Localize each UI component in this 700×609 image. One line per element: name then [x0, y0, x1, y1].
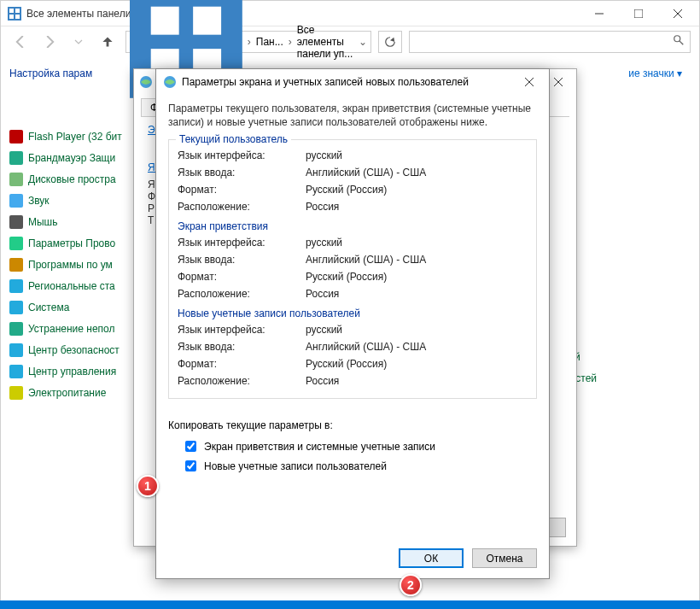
item-icon	[9, 258, 23, 272]
control-panel-icon	[8, 7, 21, 20]
item-label: Центр безопасност	[28, 344, 120, 356]
globe-icon	[139, 75, 153, 89]
setting-key: Расположение:	[178, 285, 306, 302]
setting-value: Английский (США) - США	[306, 338, 426, 355]
setting-key: Формат:	[178, 355, 306, 372]
checkbox-input[interactable]	[185, 460, 196, 471]
checkbox-new-users[interactable]: Новые учетные записи пользователей	[156, 456, 549, 476]
setting-row: Язык интерфейса:русский	[178, 147, 528, 164]
taskbar[interactable]	[0, 600, 700, 609]
welcome-new-users-dialog: Параметры экрана и учетных записей новых…	[155, 68, 550, 579]
setting-value: Английский (США) - США	[306, 164, 426, 181]
close-button[interactable]	[658, 1, 697, 26]
svg-line-15	[680, 41, 683, 44]
svg-rect-2	[15, 9, 20, 13]
breadcrumb-seg[interactable]: Пан...	[256, 36, 283, 48]
settings-groupbox: Текущий пользователь Язык интерфейса:рус…	[168, 139, 537, 399]
dialog-titlebar: Параметры экрана и учетных записей новых…	[156, 69, 549, 95]
setting-value: русский	[306, 321, 342, 338]
cancel-button[interactable]: Отмена	[472, 548, 537, 568]
item-icon	[9, 151, 23, 165]
setting-row: Язык интерфейса:русский	[178, 234, 528, 251]
item-label: Параметры Прово	[28, 237, 115, 249]
checkbox-label: Экран приветствия и системные учетные за…	[204, 441, 435, 453]
annotation-badge-1: 1	[137, 475, 159, 497]
svg-rect-1	[9, 9, 14, 13]
breadcrumb-seg[interactable]: Все элементы панели уп...	[297, 24, 357, 60]
checkbox-label: Новые учетные записи пользователей	[204, 460, 387, 472]
setting-key: Формат:	[178, 268, 306, 285]
svg-rect-10	[151, 7, 179, 35]
setting-row: Язык ввода:Английский (США) - США	[178, 164, 528, 181]
setting-key: Язык ввода:	[178, 338, 306, 355]
forward-button[interactable]	[38, 31, 61, 53]
item-icon	[9, 173, 23, 186]
svg-point-14	[674, 36, 680, 42]
setting-row: Язык ввода:Английский (США) - США	[178, 338, 528, 355]
item-label: Дисковые простра	[28, 173, 116, 185]
svg-rect-11	[193, 7, 221, 35]
item-icon	[9, 279, 23, 293]
chevron-right-icon: ›	[285, 36, 295, 48]
back-button[interactable]	[9, 31, 32, 53]
item-label: Брандмауэр Защи	[28, 152, 115, 164]
setting-value: Россия	[306, 198, 339, 215]
breadcrumb[interactable]: › Пан... › Все элементы панели уп... ⌄	[125, 31, 371, 53]
item-label: Мышь	[28, 216, 58, 228]
setting-key: Язык интерфейса:	[178, 321, 306, 338]
item-icon	[9, 386, 23, 400]
checkbox-welcome-screen[interactable]: Экран приветствия и системные учетные за…	[156, 436, 549, 456]
setting-row: Формат:Русский (Россия)	[178, 268, 528, 285]
setting-key: Язык интерфейса:	[178, 234, 306, 251]
setting-row: Формат:Русский (Россия)	[178, 355, 528, 372]
recent-dropdown[interactable]	[67, 31, 90, 53]
copy-settings-label: Копировать текущие параметры в:	[156, 404, 549, 436]
main-titlebar: Все элементы панели управления	[1, 1, 699, 26]
setting-key: Расположение:	[178, 198, 306, 215]
setting-value: Россия	[306, 285, 339, 302]
up-button[interactable]	[96, 31, 119, 53]
dialog-intro: Параметры текущего пользователя, экран п…	[156, 95, 549, 134]
setting-row: Язык интерфейса:русский	[178, 321, 528, 338]
setting-value: Русский (Россия)	[306, 355, 387, 372]
svg-rect-6	[634, 9, 643, 18]
item-icon	[9, 194, 23, 208]
item-label: Программы по ум	[28, 259, 113, 271]
item-icon	[9, 322, 23, 336]
search-icon	[673, 34, 685, 50]
item-label: Flash Player (32 бит	[28, 131, 122, 143]
group-title-welcome: Экран приветствия	[178, 220, 528, 232]
checkbox-input[interactable]	[185, 441, 196, 452]
setting-key: Расположение:	[178, 372, 306, 389]
item-icon	[9, 130, 23, 143]
ok-button[interactable]: ОК	[399, 548, 464, 568]
dialog-title: Параметры экрана и учетных записей новых…	[182, 76, 469, 88]
item-label: Устранение непол	[28, 323, 115, 335]
setting-value: русский	[306, 234, 342, 251]
group-title-newusers: Новые учетные записи пользователей	[178, 307, 528, 319]
item-icon	[9, 365, 23, 378]
maximize-button[interactable]	[619, 1, 658, 26]
setting-value: Русский (Россия)	[306, 181, 387, 198]
item-label: Звук	[28, 195, 50, 207]
setting-key: Язык ввода:	[178, 164, 306, 181]
setting-value: Английский (США) - США	[306, 251, 426, 268]
close-button[interactable]	[515, 69, 544, 95]
item-label: Электропитание	[28, 387, 106, 399]
group-title-current: Текущий пользователь	[176, 133, 291, 145]
annotation-badge-2: 2	[400, 574, 422, 596]
setting-row: Язык ввода:Английский (США) - США	[178, 251, 528, 268]
setting-row: Расположение:Россия	[178, 372, 528, 389]
view-by-link[interactable]: ие значки	[628, 67, 682, 79]
chevron-right-icon: ›	[244, 36, 254, 48]
minimize-button[interactable]	[580, 1, 619, 26]
item-icon	[9, 301, 23, 314]
chevron-down-icon[interactable]: ⌄	[359, 36, 367, 48]
refresh-button[interactable]	[378, 31, 402, 53]
item-label: Система	[28, 302, 69, 313]
setting-key: Формат:	[178, 181, 306, 198]
setting-key: Язык ввода:	[178, 251, 306, 268]
search-input[interactable]	[409, 31, 691, 53]
address-bar: › Пан... › Все элементы панели уп... ⌄	[1, 26, 699, 57]
setting-key: Язык интерфейса:	[178, 147, 306, 164]
